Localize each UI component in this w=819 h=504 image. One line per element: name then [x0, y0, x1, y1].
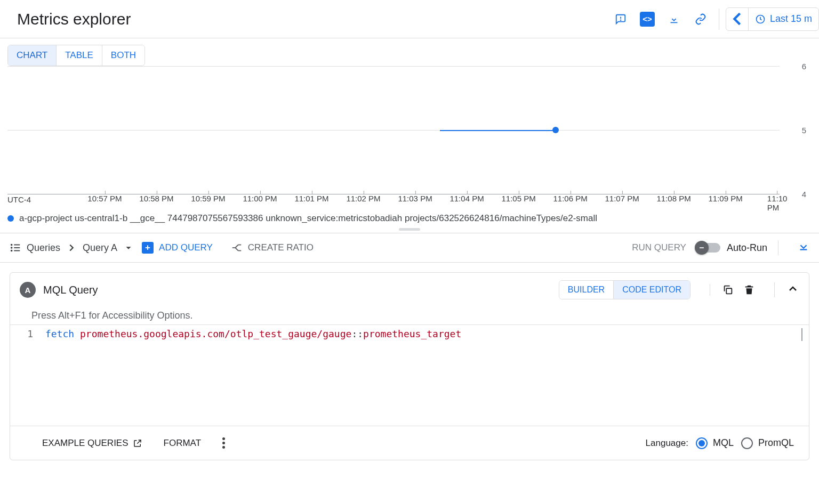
- chart: 6 5 4 UTC-4 10:57 PM 10:58 PM 10:59 PM 1…: [7, 66, 812, 210]
- language-label: Language:: [646, 438, 688, 449]
- example-queries-label: EXAMPLE QUERIES: [42, 438, 129, 449]
- code-icon[interactable]: <>: [636, 7, 659, 31]
- legend-swatch: [7, 215, 14, 222]
- y-tick: 5: [802, 126, 806, 135]
- series-point: [552, 127, 559, 133]
- current-query-name: Query A: [83, 242, 117, 254]
- chart-plot-area[interactable]: 6 5 4: [7, 66, 780, 194]
- x-tick: 10:59 PM: [191, 194, 225, 203]
- x-tick: 11:08 PM: [657, 194, 691, 203]
- x-tick: 11:00 PM: [243, 194, 277, 203]
- view-toggle: CHART TABLE BOTH: [0, 38, 819, 66]
- radio-selected-icon[interactable]: [696, 437, 708, 449]
- run-query-button[interactable]: RUN QUERY: [632, 242, 686, 253]
- chevron-up-icon[interactable]: [786, 282, 799, 295]
- chevron-left-icon[interactable]: [726, 8, 749, 30]
- add-query-button[interactable]: + ADD QUERY: [142, 242, 213, 254]
- legend-label: a-gcp-project us-central1-b __gce__ 7447…: [19, 213, 597, 224]
- download-icon[interactable]: [662, 7, 686, 31]
- x-tick: 11:03 PM: [398, 194, 432, 203]
- queries-toolbar: Queries Query A + ADD QUERY CREATE RATIO…: [0, 233, 819, 263]
- more-menu-icon[interactable]: [222, 437, 225, 449]
- svg-point-5: [11, 250, 12, 251]
- toggle-switch[interactable]: –: [697, 243, 720, 253]
- x-tick: 11:07 PM: [605, 194, 639, 203]
- code-editor[interactable]: 1 fetch prometheus.googleapis.com/otlp_t…: [10, 324, 809, 426]
- time-range-text: Last 15 m: [770, 13, 812, 25]
- queries-dropdown[interactable]: Queries Query A: [10, 242, 134, 254]
- auto-run-label: Auto-Run: [727, 242, 767, 254]
- auto-run-toggle[interactable]: – Auto-Run: [697, 242, 767, 254]
- accessibility-hint: Press Alt+F1 for Accessibility Options.: [10, 307, 809, 324]
- editor-mode-toggle: BUILDER CODE EDITOR: [559, 280, 690, 299]
- x-axis: UTC-4 10:57 PM 10:58 PM 10:59 PM 11:00 P…: [7, 194, 780, 210]
- language-picker: Language: MQL PromQL: [646, 437, 794, 449]
- create-ratio-label: CREATE RATIO: [248, 242, 314, 253]
- separator: [778, 240, 778, 255]
- separator: [719, 9, 719, 30]
- format-button[interactable]: FORMAT: [164, 438, 202, 449]
- query-card-title: MQL Query: [43, 284, 98, 296]
- example-queries-button[interactable]: EXAMPLE QUERIES: [42, 438, 142, 449]
- list-icon: [10, 242, 21, 254]
- query-card-header: A MQL Query BUILDER CODE EDITOR: [10, 273, 809, 307]
- x-tick: 11:04 PM: [449, 194, 484, 203]
- series-line: [440, 130, 556, 131]
- svg-point-4: [11, 247, 12, 248]
- radio-icon[interactable]: [741, 437, 753, 449]
- svg-point-3: [11, 245, 12, 246]
- external-link-icon: [133, 438, 142, 448]
- tab-table[interactable]: TABLE: [56, 45, 102, 66]
- x-tick: 11:10 PM: [767, 194, 788, 212]
- x-tick: 11:02 PM: [346, 194, 380, 203]
- tab-chart[interactable]: CHART: [8, 45, 56, 66]
- tab-both[interactable]: BOTH: [102, 45, 144, 66]
- header-actions: <> Last 15 m: [609, 7, 819, 31]
- time-range-picker[interactable]: Last 15 m: [726, 7, 819, 31]
- resize-handle[interactable]: [0, 226, 819, 233]
- y-tick: 6: [802, 62, 806, 71]
- queries-label: Queries: [27, 242, 60, 254]
- chevron-right-icon: [66, 242, 77, 254]
- copy-icon[interactable]: [722, 284, 734, 296]
- link-icon[interactable]: [689, 7, 712, 31]
- query-card: A MQL Query BUILDER CODE EDITOR Press Al…: [10, 272, 809, 460]
- svg-rect-10: [726, 288, 732, 294]
- y-tick: 4: [802, 190, 806, 199]
- header: Metrics explorer <> Last 15 m: [0, 0, 819, 38]
- timezone-label: UTC-4: [7, 195, 31, 204]
- code-editor-button[interactable]: CODE EDITOR: [613, 281, 690, 299]
- plus-icon: +: [142, 242, 154, 254]
- collapse-icon[interactable]: [798, 241, 809, 255]
- query-card-footer: EXAMPLE QUERIES FORMAT Language: MQL Pro…: [10, 426, 809, 460]
- delete-icon[interactable]: [743, 284, 755, 296]
- x-tick: 11:05 PM: [501, 194, 535, 203]
- feedback-icon[interactable]: [609, 7, 632, 31]
- caret-down-icon: [123, 242, 134, 254]
- svg-point-1: [620, 20, 621, 20]
- ratio-icon: [231, 242, 243, 254]
- lang-option-promql[interactable]: PromQL: [741, 437, 794, 449]
- page-title: Metrics explorer: [17, 10, 131, 28]
- builder-button[interactable]: BUILDER: [559, 281, 613, 299]
- chart-legend[interactable]: a-gcp-project us-central1-b __gce__ 7447…: [0, 210, 819, 226]
- x-tick: 11:01 PM: [294, 194, 328, 203]
- query-badge: A: [20, 282, 36, 298]
- code-content[interactable]: fetch prometheus.googleapis.com/otlp_tes…: [40, 325, 809, 426]
- x-tick: 10:58 PM: [139, 194, 173, 203]
- lang-option-mql[interactable]: MQL: [696, 437, 734, 449]
- add-query-label: ADD QUERY: [159, 242, 213, 253]
- x-tick: 11:06 PM: [553, 194, 587, 203]
- x-tick: 11:09 PM: [709, 194, 743, 203]
- line-number: 1: [10, 325, 40, 426]
- create-ratio-button[interactable]: CREATE RATIO: [231, 242, 314, 254]
- x-tick: 10:57 PM: [87, 194, 122, 203]
- time-range-label[interactable]: Last 15 m: [749, 13, 818, 25]
